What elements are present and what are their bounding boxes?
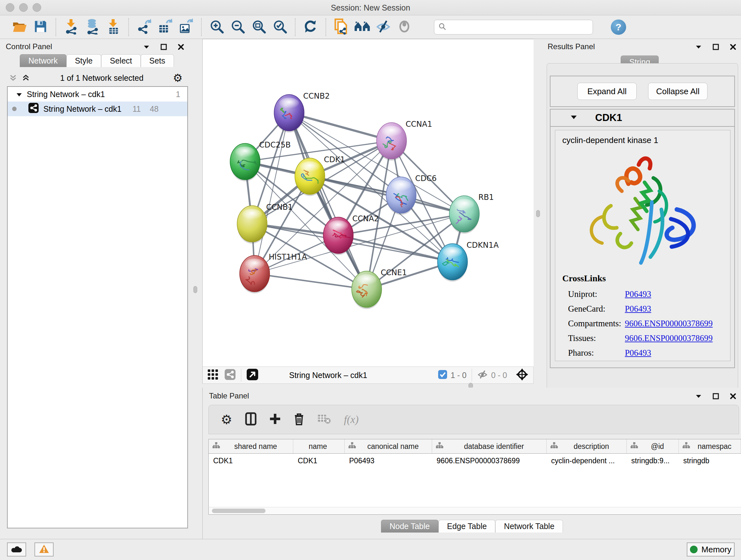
import-network-database-button[interactable] <box>82 17 103 37</box>
grid-view-icon[interactable] <box>207 369 219 381</box>
tab-edge-table[interactable]: Edge Table <box>439 520 495 533</box>
first-neighbors-button[interactable] <box>352 17 373 37</box>
table-cell[interactable]: CDK1 <box>209 454 293 468</box>
close-panel-icon[interactable] <box>729 43 737 51</box>
crosslink-value-link[interactable]: P06493 <box>625 304 651 314</box>
table-horizontal-scrollbar[interactable] <box>208 507 741 515</box>
node-HIST1H1A[interactable]: HIST1H1A <box>240 253 307 294</box>
table-cell[interactable]: stringdb:9... <box>627 454 679 468</box>
import-network-file-button[interactable] <box>61 17 82 37</box>
close-window-button[interactable] <box>6 3 14 12</box>
node-CDC25B[interactable]: CDC25B <box>230 140 291 181</box>
search-box[interactable] <box>434 20 593 35</box>
column-header-namespac[interactable]: namespac <box>679 439 741 453</box>
clone-network-button[interactable] <box>331 17 352 37</box>
table-settings-gear-icon[interactable]: ⚙ <box>221 412 232 427</box>
panel-menu-icon[interactable] <box>142 43 151 51</box>
zoom-out-button[interactable] <box>227 17 248 37</box>
table-cell[interactable]: cyclin-dependent ... <box>547 454 627 468</box>
tab-node-table[interactable]: Node Table <box>381 520 439 533</box>
close-panel-icon[interactable] <box>729 392 737 400</box>
panel-menu-icon[interactable] <box>694 392 703 400</box>
node-CCNB2[interactable]: CCNB2 <box>274 91 330 132</box>
float-panel-icon[interactable] <box>159 43 168 51</box>
network-graph[interactable]: CCNB2CCNA1CDC25BCDK1CDC6RB1CCNB1CCNA2CDK… <box>203 39 533 366</box>
table-cell[interactable]: 9606.ENSP00000378699 <box>432 454 547 468</box>
node-CCNA2[interactable]: CCNA2 <box>323 214 379 255</box>
column-header-description[interactable]: description <box>547 439 627 453</box>
expand-all-button[interactable]: Expand All <box>577 83 636 100</box>
node-CCNE1[interactable]: CCNE1 <box>352 268 407 309</box>
function-builder-icon[interactable]: f(x) <box>344 414 359 426</box>
tab-style[interactable]: Style <box>66 54 102 67</box>
tab-network[interactable]: Network <box>20 54 66 67</box>
table-row[interactable]: CDK1CDK1P064939606.ENSP00000378699cyclin… <box>209 454 741 468</box>
crosslink-value-link[interactable]: P06493 <box>625 289 651 299</box>
show-all-button[interactable] <box>394 17 415 37</box>
hide-selected-button[interactable] <box>373 17 394 37</box>
search-input[interactable] <box>447 23 584 32</box>
column-header-shared-name[interactable]: shared name <box>209 439 293 453</box>
zoom-selected-button[interactable] <box>269 17 290 37</box>
memory-button[interactable]: Memory <box>687 543 735 557</box>
network-view-share-icon[interactable] <box>224 369 236 381</box>
delete-table-icon[interactable] <box>317 414 331 426</box>
detach-view-icon[interactable] <box>246 368 259 382</box>
left-splitter[interactable] <box>189 39 202 539</box>
crosslink-value-link[interactable]: 9606.ENSP00000378699 <box>625 319 713 328</box>
crosslink-value-link[interactable]: 9606.ENSP00000378699 <box>625 333 713 343</box>
minimize-window-button[interactable] <box>19 3 28 12</box>
network-selection-status: 1 of 1 Network selected <box>30 73 174 83</box>
network-canvas[interactable]: CCNB2CCNA1CDC25BCDK1CDC6RB1CCNB1CCNA2CDK… <box>202 39 534 367</box>
delete-column-trash-icon[interactable] <box>293 413 305 427</box>
export-table-button[interactable] <box>154 17 176 37</box>
float-panel-icon[interactable] <box>712 43 720 51</box>
table-cell[interactable]: stringdb <box>679 454 741 468</box>
collection-expand-icon[interactable] <box>16 90 22 99</box>
warnings-button[interactable] <box>35 543 54 557</box>
column-header-canonical-name[interactable]: canonical name <box>345 439 432 453</box>
tab-sets[interactable]: Sets <box>141 54 174 67</box>
crosslink-value-link[interactable]: P06493 <box>625 348 651 358</box>
table-cell[interactable]: CDK1 <box>293 454 345 468</box>
panel-menu-icon[interactable] <box>694 43 703 51</box>
scrollbar-thumb[interactable] <box>212 509 266 513</box>
zoom-in-button[interactable] <box>206 17 227 37</box>
tab-network-table[interactable]: Network Table <box>495 520 563 533</box>
zoom-window-button[interactable] <box>32 3 41 12</box>
node-RB1[interactable]: RB1 <box>449 193 494 234</box>
add-column-icon[interactable] <box>269 413 281 426</box>
tab-select[interactable]: Select <box>101 54 140 67</box>
refresh-view-button[interactable] <box>300 17 321 37</box>
collapse-all-networks-icon[interactable] <box>9 74 17 82</box>
hidden-eye-icon[interactable] <box>477 370 488 381</box>
export-network-button[interactable] <box>133 17 154 37</box>
node-CCNB1[interactable]: CCNB1 <box>237 203 293 244</box>
close-panel-icon[interactable] <box>177 43 185 51</box>
network-row[interactable]: String Network – cdk1 11 48 <box>8 102 187 116</box>
show-columns-icon[interactable] <box>245 412 257 427</box>
node-CDKN1A[interactable]: CDKN1A <box>437 241 499 282</box>
table-cell[interactable]: P06493 <box>345 454 432 468</box>
gene-collapse-icon[interactable] <box>570 115 577 121</box>
help-button[interactable]: ? <box>611 19 626 35</box>
column-header-database-identifier[interactable]: database identifier <box>432 439 547 453</box>
right-splitter[interactable] <box>534 39 542 388</box>
cloud-status-button[interactable] <box>7 543 26 557</box>
network-options-gear-icon[interactable]: ⚙ <box>174 74 182 82</box>
open-session-button[interactable] <box>9 17 30 37</box>
import-table-icon <box>106 18 121 36</box>
float-panel-icon[interactable] <box>712 392 720 400</box>
node-CDK1[interactable]: CDK1 <box>295 155 345 196</box>
birdseye-crosshair-icon[interactable] <box>515 368 529 382</box>
selected-checkbox-icon[interactable] <box>438 370 448 381</box>
expand-all-networks-icon[interactable] <box>22 74 30 82</box>
column-header--id[interactable]: @id <box>627 439 679 453</box>
import-table-file-button[interactable] <box>103 17 124 37</box>
fit-content-button[interactable] <box>248 17 269 37</box>
collapse-all-button[interactable]: Collapse All <box>648 83 708 100</box>
network-collection-row[interactable]: String Network – cdk1 1 <box>8 87 187 102</box>
save-session-button[interactable] <box>30 17 51 37</box>
export-image-button[interactable] <box>176 17 197 37</box>
column-header-name[interactable]: name <box>293 439 345 453</box>
